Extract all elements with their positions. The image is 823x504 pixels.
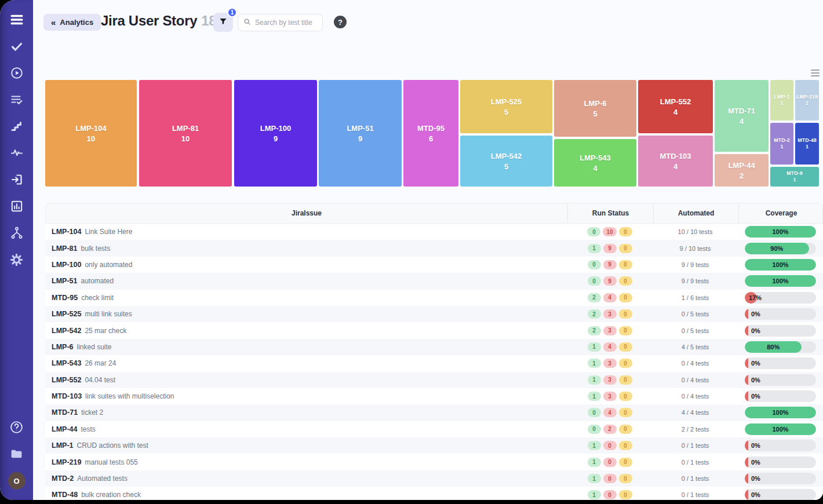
table-row-MTD-103[interactable]: MTD-103link suites with multiselection13…	[45, 388, 823, 404]
column-header-jiraissue[interactable]: JiraIssue	[46, 203, 567, 223]
back-to-analytics-button[interactable]: « Analytics	[43, 14, 101, 31]
table-row-LMP-100[interactable]: LMP-100only automated0909 / 9 tests100%	[45, 257, 823, 273]
treemap-tile-LMP-542[interactable]: LMP-5425	[460, 136, 552, 187]
table-row-LMP-543[interactable]: LMP-54326 mar 241300 / 4 tests0%	[45, 355, 823, 371]
table-row-LMP-219[interactable]: LMP-219manual tests 0551000 / 1 tests0%	[45, 454, 823, 470]
issue-id[interactable]: LMP-104	[52, 228, 81, 236]
skipped-badge: 0	[619, 408, 632, 417]
issue-id[interactable]: LMP-81	[52, 244, 77, 253]
table-row-MTD-48[interactable]: MTD-48bulk creation check1000 / 1 tests0…	[45, 487, 823, 500]
table-row-LMP-81[interactable]: LMP-81bulk tests1909 / 10 tests90%	[45, 240, 823, 256]
treemap-tile-LMP-219[interactable]: LMP-2191	[795, 80, 819, 120]
table-row-LMP-525[interactable]: LMP-525multi link suites2300 / 5 tests0%	[45, 306, 823, 322]
automated-cell: 0 / 5 tests	[653, 322, 738, 338]
treemap-tile-LMP-44[interactable]: LMP-442	[715, 154, 769, 187]
issue-title: 04.04 test	[85, 376, 115, 384]
coverage-fill	[745, 473, 748, 484]
issue-id[interactable]: LMP-552	[52, 376, 81, 384]
table-row-LMP-44[interactable]: LMP-44tests0202 / 2 tests100%	[45, 421, 823, 437]
table-row-LMP-552[interactable]: LMP-55204.04 test1300 / 4 tests0%	[45, 372, 823, 388]
help-circle-icon[interactable]	[9, 419, 25, 435]
table-row-LMP-104[interactable]: LMP-104Link Suite Here010010 / 10 tests1…	[45, 224, 823, 240]
coverage-bar: 0%	[745, 308, 816, 320]
treemap-tile-LMP-552[interactable]: LMP-5524	[638, 80, 713, 133]
issue-id[interactable]: LMP-44	[52, 425, 77, 433]
analytics-steps-icon[interactable]	[9, 118, 25, 134]
search-input[interactable]	[255, 19, 317, 27]
issue-id[interactable]: LMP-525	[52, 310, 81, 318]
treemap-tile-LMP-543[interactable]: LMP-5434	[554, 139, 636, 187]
treemap-tile-MTD-103[interactable]: MTD-1034	[638, 136, 713, 187]
menu-icon[interactable]	[9, 12, 25, 28]
issue-id[interactable]: LMP-1	[52, 441, 74, 450]
passed-badge: 1	[588, 359, 601, 368]
issue-id[interactable]: MTD-71	[52, 408, 78, 417]
column-header-automated[interactable]: Automated	[653, 203, 738, 223]
issue-id[interactable]: LMP-100	[52, 261, 81, 269]
issue-id[interactable]: LMP-542	[52, 327, 81, 335]
settings-gear-icon[interactable]	[9, 251, 25, 268]
coverage-label: 0%	[751, 390, 760, 402]
automated-cell: 1 / 6 tests	[653, 290, 738, 306]
treemap-tile-LMP-1[interactable]: LMP-11	[770, 80, 793, 120]
skipped-badge: 0	[619, 244, 632, 253]
chart-menu-icon[interactable]	[811, 70, 820, 78]
automated-cell: 2 / 2 tests	[653, 421, 738, 437]
treemap-tile-LMP-51[interactable]: LMP-519	[319, 80, 402, 187]
treemap-tile-LMP-104[interactable]: LMP-10410	[45, 80, 137, 187]
tile-label: LMP-81	[172, 123, 199, 134]
issue-id[interactable]: LMP-6	[52, 343, 74, 351]
test-runs-icon[interactable]	[9, 92, 25, 108]
tile-value: 4	[740, 117, 744, 126]
table-row-LMP-542[interactable]: LMP-54225 mar check2300 / 5 tests0%	[45, 322, 823, 338]
coverage-bar: 0%	[745, 456, 816, 468]
issue-id[interactable]: MTD-95	[52, 294, 78, 302]
table-row-LMP-51[interactable]: LMP-51automated0909 / 9 tests100%	[45, 273, 823, 289]
play-circle-icon[interactable]	[9, 65, 25, 81]
treemap-tile-MTD-9[interactable]: MTD-91	[770, 167, 819, 187]
treemap-tile-MTD-48[interactable]: MTD-481	[795, 123, 819, 165]
coverage-bar: 0%	[745, 440, 816, 451]
issue-id[interactable]: LMP-543	[52, 359, 81, 367]
tile-value: 5	[504, 162, 508, 171]
column-header-run-status[interactable]: Run Status	[567, 203, 653, 223]
issue-id[interactable]: MTD-2	[52, 474, 74, 483]
coverage-cell: 100%	[738, 257, 823, 273]
tile-label: MTD-71	[728, 106, 755, 117]
issue-id[interactable]: MTD-48	[52, 491, 78, 499]
table-body: LMP-104Link Suite Here010010 / 10 tests1…	[45, 224, 823, 500]
import-icon[interactable]	[9, 171, 25, 188]
skipped-badge: 0	[619, 425, 632, 434]
treemap-tile-LMP-525[interactable]: LMP-5255	[460, 80, 552, 133]
column-header-coverage[interactable]: Coverage	[738, 203, 823, 223]
tasks-check-icon[interactable]	[9, 38, 25, 54]
reports-icon[interactable]	[9, 198, 25, 214]
table-row-MTD-2[interactable]: MTD-2Automated tests1000 / 1 tests0%	[45, 470, 823, 487]
failed-badge: 4	[603, 293, 617, 302]
treemap-tile-MTD-71[interactable]: MTD-714	[715, 80, 769, 152]
projects-folder-icon[interactable]	[9, 445, 25, 462]
pulse-icon[interactable]	[9, 145, 25, 161]
issue-id[interactable]: MTD-103	[52, 392, 82, 400]
issue-id[interactable]: LMP-219	[52, 458, 81, 466]
tile-value: 4	[593, 164, 597, 173]
help-button[interactable]: ?	[334, 16, 347, 28]
coverage-fill	[745, 357, 748, 369]
treemap-tile-LMP-100[interactable]: LMP-1009	[234, 80, 317, 187]
avatar[interactable]: O	[8, 472, 26, 490]
run-status-cell: 0100	[567, 224, 653, 240]
table-row-LMP-6[interactable]: LMP-6linked suite1404 / 5 tests80%	[45, 339, 823, 355]
automated-cell: 0 / 1 tests	[653, 470, 738, 487]
treemap-tile-MTD-2[interactable]: MTD-21	[770, 123, 793, 165]
branches-icon[interactable]	[9, 225, 25, 241]
treemap-tile-LMP-6[interactable]: LMP-65	[554, 80, 636, 137]
table-row-LMP-1[interactable]: LMP-1CRUD actions with test1000 / 1 test…	[45, 437, 823, 454]
treemap-tile-LMP-81[interactable]: LMP-8110	[139, 80, 232, 187]
automated-cell: 0 / 5 tests	[653, 306, 738, 322]
failed-badge: 9	[603, 244, 617, 253]
search-box[interactable]	[238, 14, 323, 31]
table-row-MTD-71[interactable]: MTD-71ticket 20404 / 4 tests100%	[45, 404, 823, 421]
table-row-MTD-95[interactable]: MTD-95check limit2401 / 6 tests17%	[45, 290, 823, 306]
treemap-tile-MTD-95[interactable]: MTD-956	[403, 80, 458, 187]
issue-id[interactable]: LMP-51	[52, 277, 77, 285]
